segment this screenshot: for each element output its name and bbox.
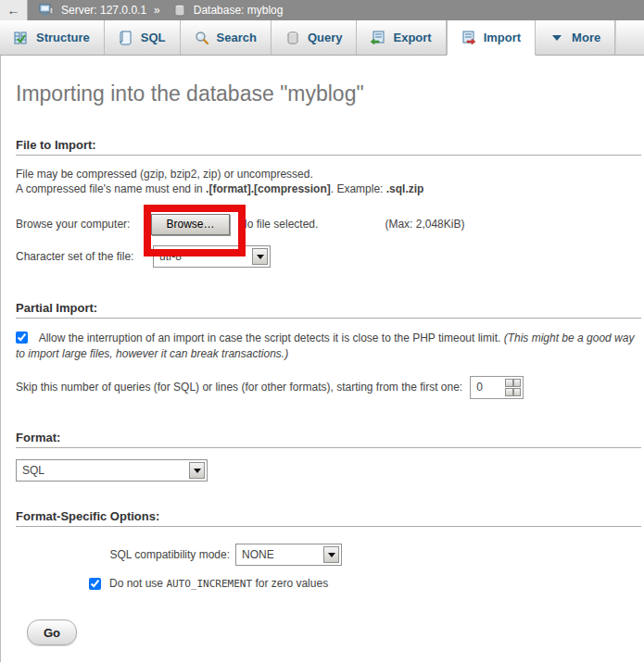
format-select-arrow-icon[interactable]: [189, 462, 205, 479]
charset-label: Character set of the file:: [16, 250, 153, 263]
section-heading-partial-import: Partial Import:: [16, 301, 641, 319]
auto-increment-row: Do not use AUTO_INCREMENT for zero value…: [89, 577, 641, 590]
allow-interrupt-row: Allow the interruption of an import in c…: [16, 331, 641, 362]
section-heading-format: Format:: [16, 431, 641, 448]
spinner-buttons: [505, 379, 521, 396]
tab-sql[interactable]: SQL: [105, 20, 181, 55]
tab-query[interactable]: Query: [271, 20, 358, 55]
tab-label: Query: [308, 31, 343, 44]
back-arrow-icon: ←: [7, 3, 20, 18]
database-icon: [173, 4, 186, 17]
allow-interrupt-text: Allow the interruption of an import in c…: [39, 332, 504, 344]
charset-select-arrow-icon[interactable]: [252, 248, 268, 265]
tab-bar: Structure SQL Search Query Export Import: [0, 20, 644, 56]
sql-compat-selected-value: NONE: [236, 548, 323, 561]
tab-label: Import: [484, 31, 521, 44]
charset-selected-value: utf-8: [154, 250, 252, 263]
tab-label: SQL: [141, 31, 166, 44]
skip-queries-value: 0: [471, 381, 505, 394]
file-info-format-pattern: .[format].[compression]: [206, 182, 331, 195]
no-file-selected-text: No file selected.: [239, 218, 318, 231]
file-info-line2-mid: . Example:: [331, 182, 386, 195]
section-heading-file-to-import: File to Import:: [16, 138, 641, 156]
sql-compat-row: SQL compatibility mode: NONE: [91, 544, 641, 566]
tab-structure[interactable]: Structure: [0, 20, 105, 55]
skip-queries-input[interactable]: 0: [470, 376, 524, 399]
browse-label: Browse your computer:: [16, 218, 149, 231]
tabbar-spacer: [615, 20, 644, 55]
file-info-text: File may be compressed (gzip, bzip2, zip…: [16, 167, 641, 196]
breadcrumb-bar: ← Server: 127.0.0.1 » Database: myblog: [0, 0, 644, 20]
chevron-down-icon: [549, 31, 564, 45]
go-button[interactable]: Go: [27, 619, 77, 645]
page-title: Importing into the database "myblog": [16, 56, 641, 106]
allow-interrupt-checkbox[interactable]: [16, 332, 28, 344]
charset-select[interactable]: utf-8: [153, 245, 271, 268]
format-select[interactable]: SQL: [16, 459, 208, 482]
tab-label: Export: [393, 31, 431, 44]
spinner-up-button[interactable]: [505, 379, 521, 387]
sql-compat-select[interactable]: NONE: [235, 544, 342, 566]
tab-search[interactable]: Search: [181, 20, 271, 55]
sql-icon: [119, 31, 133, 45]
import-icon: [461, 31, 476, 45]
auto-increment-code: AUTO_INCREMENT: [166, 578, 252, 590]
main-content: Importing into the database "myblog" Fil…: [0, 56, 644, 662]
breadcrumb-server[interactable]: Server: 127.0.0.1: [61, 4, 146, 17]
section-heading-format-specific: Format-Specific Options:: [16, 509, 641, 527]
sql-compat-label: SQL compatibility mode:: [91, 548, 230, 561]
tab-label: More: [572, 31, 600, 44]
tab-more[interactable]: More: [536, 20, 615, 55]
file-info-line2-prefix: A compressed file's name must end in: [16, 182, 206, 195]
browse-button[interactable]: Browse…: [151, 214, 230, 235]
spinner-down-button[interactable]: [505, 388, 521, 396]
file-info-example: .sql.zip: [386, 182, 424, 195]
auto-increment-checkbox[interactable]: [89, 578, 101, 590]
browse-row: Browse your computer: Browse… No file se…: [16, 213, 641, 235]
export-icon: [371, 31, 385, 45]
charset-row: Character set of the file: utf-8: [16, 245, 641, 268]
tab-import[interactable]: Import: [447, 20, 536, 56]
auto-increment-text: Do not use AUTO_INCREMENT for zero value…: [109, 577, 328, 590]
skip-queries-row: Skip this number of queries (for SQL) or…: [16, 375, 641, 399]
structure-icon: [14, 31, 29, 45]
max-size-note: (Max: 2,048KiB): [385, 218, 464, 231]
tab-label: Search: [217, 31, 257, 44]
breadcrumb-separator: »: [154, 4, 160, 17]
back-button[interactable]: ←: [0, 0, 28, 20]
file-info-line1: File may be compressed (gzip, bzip2, zip…: [16, 168, 313, 181]
query-icon: [285, 31, 300, 45]
skip-queries-label: Skip this number of queries (for SQL) or…: [16, 381, 462, 394]
breadcrumb-database[interactable]: Database: myblog: [194, 4, 284, 17]
server-icon: [39, 3, 54, 18]
tab-label: Structure: [36, 31, 90, 44]
tab-export[interactable]: Export: [357, 20, 446, 55]
sql-compat-select-arrow-icon[interactable]: [323, 546, 339, 563]
search-icon: [195, 31, 209, 45]
format-selected-value: SQL: [17, 464, 189, 477]
